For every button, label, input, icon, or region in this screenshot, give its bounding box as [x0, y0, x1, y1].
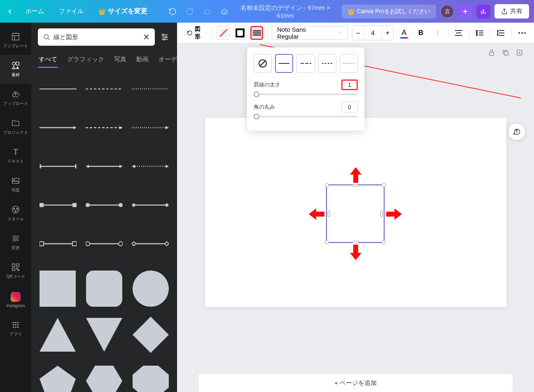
shape-diamond[interactable] [129, 314, 172, 355]
add-page-button[interactable] [515, 48, 524, 57]
border-style-button[interactable] [250, 26, 263, 40]
increase-font-button[interactable]: + [382, 26, 394, 40]
shape-square[interactable] [36, 268, 79, 309]
selected-rectangle[interactable]: ↻ [326, 184, 385, 243]
nav-photos[interactable]: 写真 [0, 170, 31, 199]
border-none[interactable] [254, 54, 272, 73]
line-square-outline-ends[interactable] [36, 229, 80, 258]
nav-instagram[interactable]: Instagram [0, 285, 31, 314]
italic-button[interactable]: I [431, 26, 443, 40]
resize-handle-tr[interactable] [382, 183, 386, 187]
border-weight-slider[interactable] [254, 93, 358, 95]
shape-octagon[interactable] [129, 360, 172, 392]
assets-list[interactable] [31, 68, 177, 392]
comment-button[interactable]: + [508, 124, 525, 140]
resize-handle-top[interactable] [352, 184, 359, 187]
line-square-ends[interactable] [36, 191, 80, 219]
tab-graphics[interactable]: グラフィック [66, 51, 105, 68]
border-color-button[interactable] [234, 26, 246, 40]
line-diamond-ends[interactable] [128, 191, 172, 219]
try-pro-button[interactable]: 👑 Canva Proをお試しください [342, 5, 436, 19]
nav-apps[interactable]: アプリ [0, 314, 31, 343]
shape-hexagon[interactable] [83, 360, 126, 392]
tab-video[interactable]: 動画 [135, 51, 149, 68]
shape-rounded-square[interactable] [83, 268, 126, 309]
arrow-double[interactable] [82, 152, 126, 181]
border-short-dash[interactable] [318, 54, 336, 73]
filter-button[interactable] [159, 31, 170, 43]
file-button[interactable]: ファイル [55, 5, 88, 18]
resize-handle-right[interactable] [380, 210, 383, 217]
corner-radius-input[interactable] [341, 102, 358, 112]
line-dotted[interactable] [128, 75, 172, 103]
border-dotted[interactable] [340, 54, 358, 73]
user-avatar[interactable]: 貴 [440, 5, 454, 19]
list-button[interactable] [473, 26, 486, 40]
slider-thumb[interactable] [254, 114, 259, 119]
share-button[interactable]: 共有 [494, 4, 529, 19]
line-bar-ends[interactable] [36, 152, 80, 181]
design-page[interactable]: ↻ [205, 118, 506, 307]
slider-thumb[interactable] [254, 91, 259, 97]
clear-search-button[interactable]: ✕ [143, 32, 150, 42]
font-size-input[interactable] [364, 26, 382, 40]
arrow-solid[interactable] [36, 113, 80, 142]
svg-point-34 [13, 327, 14, 328]
add-page-bar[interactable]: + ページを追加 [198, 374, 513, 392]
search-input[interactable] [54, 34, 140, 41]
border-weight-input[interactable] [341, 79, 358, 90]
fill-none-button[interactable] [217, 26, 229, 40]
add-button[interactable] [458, 5, 472, 19]
resize-handle-tl[interactable] [325, 183, 329, 187]
back-button[interactable] [5, 7, 15, 16]
border-solid[interactable] [275, 54, 293, 73]
edit-shape-button[interactable]: 図形 [183, 26, 208, 40]
resize-handle-br[interactable] [382, 240, 386, 244]
nav-templates[interactable]: テンプレート [0, 26, 31, 55]
shape-pentagon[interactable] [36, 360, 79, 392]
line-dashed[interactable] [82, 75, 126, 103]
font-family-select[interactable]: Noto Sans Regular [272, 26, 348, 40]
align-button[interactable] [452, 26, 465, 40]
shape-triangle[interactable] [36, 314, 79, 355]
resize-button[interactable]: 👑 サイズを変更 [94, 5, 152, 18]
nav-background[interactable]: 背景 [0, 228, 31, 257]
shape-circle[interactable] [129, 268, 172, 309]
corner-radius-slider[interactable] [254, 116, 358, 117]
tab-photos[interactable]: 写真 [113, 51, 127, 68]
nav-label: QRコード [7, 274, 25, 280]
shape-triangle-down[interactable] [83, 314, 126, 355]
duplicate-page-button[interactable] [501, 48, 510, 57]
nav-projects[interactable]: プロジェクト [0, 112, 31, 141]
nav-qrcode[interactable]: QRコード [0, 257, 31, 285]
nav-text[interactable]: T テキスト [0, 141, 31, 170]
resize-handle-left[interactable] [328, 210, 330, 217]
lock-page-button[interactable] [487, 48, 496, 57]
bold-button[interactable]: B [415, 26, 427, 40]
arrow-dashed[interactable] [82, 113, 126, 142]
document-title[interactable]: 名称未設定のデザイン - 97mm × 61mm [232, 4, 338, 19]
nav-styles[interactable]: スタイル [0, 199, 31, 228]
line-circle-ends[interactable] [82, 191, 126, 219]
line-circle-outline-ends[interactable] [82, 229, 126, 258]
tab-all[interactable]: すべて [38, 51, 58, 68]
border-long-dash[interactable] [296, 54, 315, 73]
spacing-button[interactable] [494, 26, 507, 40]
arrow-double-dotted[interactable] [128, 152, 172, 181]
line-diamond-outline-ends[interactable] [128, 229, 172, 258]
nav-elements[interactable]: 素材 [0, 55, 31, 84]
resize-handle-bl[interactable] [325, 240, 329, 244]
arrow-dotted[interactable] [128, 113, 172, 142]
analytics-button[interactable] [476, 5, 490, 19]
more-button[interactable] [516, 26, 528, 40]
decrease-font-button[interactable]: – [352, 26, 364, 40]
line-solid[interactable] [36, 75, 80, 103]
resize-handle-bottom[interactable] [352, 241, 359, 243]
cloud-sync-icon[interactable] [203, 7, 212, 16]
cloud-check-icon[interactable] [220, 7, 229, 16]
nav-uploads[interactable]: アップロード [0, 84, 31, 112]
home-button[interactable]: ホーム [21, 5, 48, 18]
undo-button[interactable] [168, 7, 177, 16]
redo-button[interactable] [185, 7, 194, 16]
text-color-button[interactable]: A [398, 26, 410, 40]
